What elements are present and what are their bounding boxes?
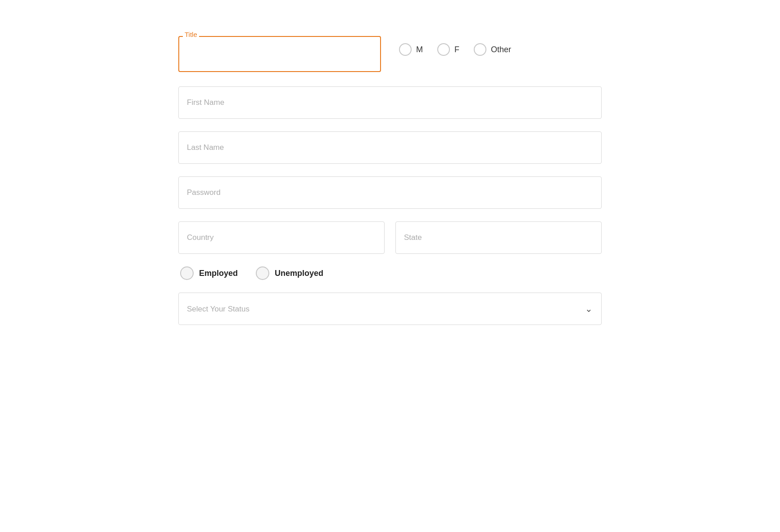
last-name-input[interactable] [178, 131, 602, 164]
password-row [178, 176, 602, 209]
gender-m-radio-circle [399, 43, 412, 56]
title-label: Title [183, 31, 199, 38]
country-state-row [178, 221, 602, 254]
gender-other-radio-circle [474, 43, 486, 56]
state-input[interactable] [395, 221, 602, 254]
last-name-row [178, 131, 602, 164]
employment-row: Employed Unemployed [178, 266, 602, 280]
gender-m-option[interactable]: M [399, 43, 423, 56]
status-select[interactable]: Select Your Status Active Inactive Pendi… [178, 293, 602, 325]
registration-form: Title M F Other [142, 18, 638, 356]
first-name-input[interactable] [178, 86, 602, 119]
gender-f-label: F [454, 45, 459, 54]
employed-label: Employed [199, 269, 238, 278]
title-field-wrapper: Title [178, 36, 381, 72]
title-input[interactable] [178, 36, 381, 72]
title-gender-row: Title M F Other [178, 36, 602, 72]
first-name-row [178, 86, 602, 119]
status-select-wrapper: Select Your Status Active Inactive Pendi… [178, 293, 602, 325]
unemployed-radio-circle [256, 266, 269, 280]
password-input[interactable] [178, 176, 602, 209]
gender-other-label: Other [491, 45, 511, 54]
employed-option[interactable]: Employed [180, 266, 238, 280]
unemployed-label: Unemployed [275, 269, 323, 278]
gender-other-option[interactable]: Other [474, 43, 511, 56]
gender-m-label: M [416, 45, 423, 54]
gender-radio-group: M F Other [399, 36, 602, 56]
unemployed-option[interactable]: Unemployed [256, 266, 323, 280]
gender-f-radio-circle [437, 43, 450, 56]
employed-radio-circle [180, 266, 194, 280]
gender-f-option[interactable]: F [437, 43, 459, 56]
country-input[interactable] [178, 221, 385, 254]
